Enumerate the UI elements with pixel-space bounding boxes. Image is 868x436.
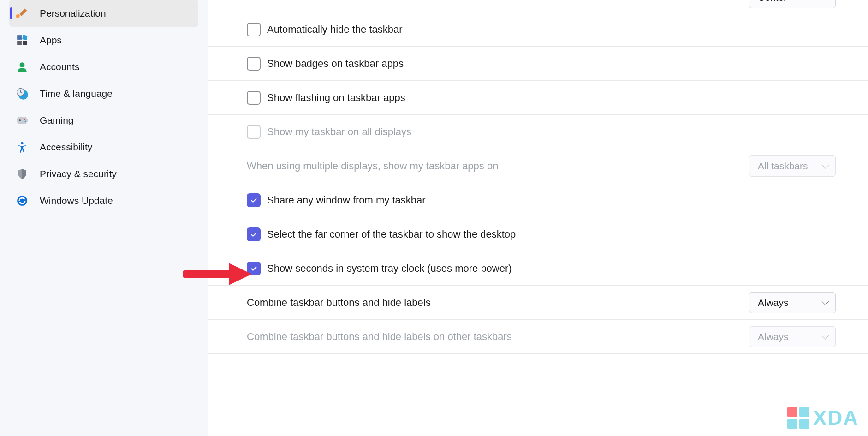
setting-taskbar-alignment: Taskbar alignment Center	[208, 0, 868, 12]
svg-point-10	[25, 121, 26, 122]
sidebar-item-apps[interactable]: Apps	[9, 27, 198, 54]
auto-hide-checkbox[interactable]	[247, 23, 261, 36]
svg-point-11	[21, 142, 23, 144]
apps-icon	[16, 34, 29, 47]
multi-display-dropdown: All taskbars	[749, 155, 836, 177]
sidebar-item-label: Privacy & security	[40, 168, 117, 179]
show-badges-checkbox[interactable]	[247, 57, 261, 71]
far-corner-checkbox[interactable]	[247, 227, 261, 241]
setting-combine-buttons-other: Combine taskbar buttons and hide labels …	[208, 320, 868, 354]
sidebar-item-time-language[interactable]: Time & language	[9, 80, 198, 107]
xda-watermark: XDA	[787, 406, 859, 430]
setting-multi-display-apps: When using multiple displays, show my ta…	[208, 149, 868, 183]
combine-buttons-other-dropdown: Always	[749, 326, 836, 347]
sidebar-item-accessibility[interactable]: Accessibility	[9, 134, 198, 161]
svg-point-8	[19, 119, 21, 121]
svg-point-4	[20, 62, 25, 67]
setting-far-corner-desktop: Select the far corner of the taskbar to …	[208, 217, 868, 251]
accessibility-icon	[16, 141, 29, 154]
combine-buttons-dropdown[interactable]: Always	[749, 292, 836, 313]
sidebar-item-label: Time & language	[40, 88, 113, 99]
sidebar-item-personalization[interactable]: Personalization	[9, 0, 198, 27]
gamepad-icon	[16, 114, 29, 127]
taskbar-alignment-dropdown[interactable]: Center	[749, 0, 836, 8]
setting-label: Show flashing on taskbar apps	[267, 92, 836, 104]
setting-label: Show my taskbar on all displays	[267, 126, 836, 138]
setting-show-all-displays: Show my taskbar on all displays	[208, 115, 868, 149]
setting-label: Select the far corner of the taskbar to …	[267, 228, 836, 240]
sidebar-item-label: Accessibility	[40, 142, 92, 153]
setting-label: Combine taskbar buttons and hide labels	[247, 297, 743, 309]
account-icon	[16, 60, 29, 73]
svg-rect-1	[22, 35, 28, 40]
setting-label: When using multiple displays, show my ta…	[247, 160, 743, 172]
sidebar-item-gaming[interactable]: Gaming	[9, 107, 198, 134]
sidebar-item-windows-update[interactable]: Windows Update	[9, 187, 198, 214]
setting-show-seconds-clock: Show seconds in system tray clock (uses …	[208, 251, 868, 286]
shield-icon	[16, 167, 29, 180]
sidebar-item-label: Accounts	[40, 61, 79, 72]
sidebar-item-label: Gaming	[40, 115, 74, 126]
show-all-displays-checkbox	[247, 125, 261, 139]
svg-point-9	[24, 119, 25, 120]
paintbrush-icon	[16, 7, 29, 20]
share-window-checkbox[interactable]	[247, 193, 261, 207]
settings-main-panel: Taskbar alignment Center Automatically h…	[208, 0, 868, 436]
update-icon	[16, 194, 29, 207]
sidebar-item-label: Personalization	[40, 8, 106, 19]
svg-rect-7	[17, 117, 28, 124]
sidebar-item-accounts[interactable]: Accounts	[9, 54, 198, 80]
show-flashing-checkbox[interactable]	[247, 91, 261, 105]
sidebar-item-privacy-security[interactable]: Privacy & security	[9, 161, 198, 187]
setting-combine-buttons: Combine taskbar buttons and hide labels …	[208, 286, 868, 320]
clock-globe-icon	[16, 87, 29, 100]
setting-label: Show badges on taskbar apps	[267, 58, 836, 70]
setting-label: Share any window from my taskbar	[267, 194, 836, 206]
setting-label: Automatically hide the taskbar	[267, 24, 836, 36]
svg-rect-0	[17, 35, 22, 40]
show-seconds-checkbox[interactable]	[247, 262, 261, 275]
xda-logo-icon	[787, 407, 809, 429]
setting-label: Show seconds in system tray clock (uses …	[267, 263, 836, 275]
setting-show-flashing: Show flashing on taskbar apps	[208, 81, 868, 115]
sidebar-item-label: Windows Update	[40, 195, 113, 206]
sidebar-item-label: Apps	[40, 35, 62, 46]
setting-share-window: Share any window from my taskbar	[208, 183, 868, 217]
setting-show-badges: Show badges on taskbar apps	[208, 47, 868, 81]
setting-label: Combine taskbar buttons and hide labels …	[247, 331, 743, 343]
svg-rect-2	[17, 41, 22, 45]
svg-rect-3	[23, 41, 27, 45]
setting-auto-hide-taskbar: Automatically hide the taskbar	[208, 12, 868, 47]
settings-sidebar: Personalization Apps Accounts Time & lan…	[0, 0, 208, 436]
